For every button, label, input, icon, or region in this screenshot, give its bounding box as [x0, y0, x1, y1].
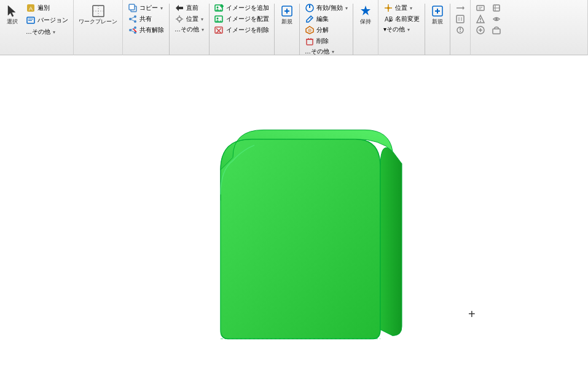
delete-button[interactable]: 削除 — [302, 36, 350, 47]
utility-icon2 — [476, 14, 485, 24]
utility-btn1[interactable] — [473, 2, 488, 14]
other4-button[interactable]: ▾その他 ▾ — [381, 25, 422, 34]
utility-btn4[interactable] — [489, 2, 504, 14]
add-image-label: イメージを追加 — [226, 4, 269, 12]
new-button[interactable]: 新規 — [277, 2, 297, 35]
coord-col1: 位置 ▾ ABC 名前変更 ▾その他 — [381, 2, 422, 43]
utility-btn2[interactable] — [473, 14, 488, 25]
unshare-button[interactable]: 共有解除 — [125, 25, 167, 36]
onoff-icon — [305, 3, 315, 13]
rename-label: 名前変更 — [395, 15, 420, 23]
svg-marker-50 — [361, 6, 370, 15]
svg-line-43 — [310, 17, 312, 19]
delete-label: 削除 — [316, 37, 329, 45]
front-label: 直前 — [186, 4, 198, 12]
onoff-dropdown-icon: ▾ — [345, 6, 348, 11]
svg-rect-10 — [129, 4, 135, 10]
arrange-image-icon — [214, 14, 224, 24]
coord-extra1[interactable] — [453, 2, 468, 14]
decompose-button[interactable]: 分解 — [302, 25, 350, 36]
keep-button[interactable]: 保持 — [356, 2, 375, 35]
svg-marker-22 — [176, 5, 183, 11]
rename-icon: ABC — [383, 14, 393, 24]
other-button[interactable]: …その他 ▾ — [23, 27, 71, 37]
part-button[interactable]: A 遍別 — [23, 2, 71, 14]
add-image-button[interactable]: イメージを追加 — [212, 2, 272, 14]
position-button[interactable]: 位置 ▾ — [172, 14, 206, 25]
utility-icon1 — [476, 3, 485, 13]
share-button[interactable]: 共有 — [125, 14, 167, 25]
svg-rect-66 — [477, 6, 484, 10]
share-label: 共有 — [139, 15, 152, 23]
svg-marker-35 — [215, 20, 222, 22]
edit-button[interactable]: 編集 — [302, 14, 350, 25]
decompose-icon — [305, 25, 315, 35]
coord-position-button[interactable]: 位置 ▾ — [381, 2, 422, 14]
composition-col3: イメージを追加 イメージを配置 — [212, 2, 272, 44]
version-icon — [26, 15, 36, 25]
svg-point-65 — [460, 31, 461, 32]
other3-dropdown-icon: ▾ — [332, 49, 334, 55]
other-label: …その他 — [26, 28, 50, 36]
front-icon — [174, 3, 184, 13]
model-container — [184, 96, 405, 354]
select-icon — [5, 4, 20, 18]
unshare-icon — [128, 25, 138, 35]
viewport[interactable]: + — [0, 55, 588, 384]
model-3d — [184, 96, 405, 354]
edit-label: 編集 — [316, 15, 329, 23]
workplane-button[interactable]: ワークプレーン — [76, 2, 120, 26]
utility-icon4 — [492, 3, 501, 13]
delete-image-icon — [214, 25, 224, 35]
other2-button[interactable]: …その他 ▾ — [172, 25, 206, 34]
utility-btn6[interactable] — [489, 25, 504, 36]
svg-rect-46 — [307, 39, 313, 45]
utility-btn5[interactable] — [489, 14, 504, 25]
svg-line-14 — [130, 17, 135, 19]
rename-button[interactable]: ABC 名前変更 — [381, 14, 422, 25]
utility-col1 — [473, 2, 488, 44]
toolbar: 選択 A 遍別 — [0, 0, 588, 55]
coord-position-icon — [383, 3, 393, 13]
new2-label: 新規 — [432, 19, 443, 25]
delete-image-label: イメージを削除 — [226, 26, 269, 34]
decompose-label: 分解 — [316, 26, 329, 34]
new2-icon — [430, 4, 445, 18]
add-image-icon — [214, 3, 224, 13]
select-button[interactable]: 選択 — [2, 2, 22, 26]
coord-extra2-icon — [455, 14, 465, 24]
new-label: 新規 — [281, 19, 292, 25]
other4-dropdown-icon: ▾ — [407, 27, 410, 33]
svg-point-71 — [480, 21, 481, 22]
svg-point-53 — [387, 7, 390, 9]
workplane-icon — [91, 4, 106, 18]
copy-button[interactable]: コピー ▾ — [125, 2, 167, 14]
copy-icon — [128, 3, 138, 13]
delete-image-button[interactable]: イメージを削除 — [212, 25, 272, 36]
onoff-button[interactable]: 有効/無効 ▾ — [302, 2, 350, 14]
edit-icon — [305, 14, 315, 24]
svg-text:ABC: ABC — [385, 16, 393, 23]
utility-btn3[interactable] — [473, 25, 488, 36]
keep-label: 保持 — [360, 19, 371, 25]
version-button[interactable]: バージョン — [23, 15, 71, 26]
delete-icon — [305, 36, 315, 46]
version-label: バージョン — [37, 16, 68, 25]
coord-extra3[interactable] — [453, 25, 468, 36]
svg-marker-45 — [308, 28, 312, 33]
crosshair-cursor: + — [468, 307, 476, 321]
coord-extra2[interactable] — [453, 14, 468, 25]
svg-line-15 — [130, 19, 135, 22]
arrange-image-label: イメージを配置 — [226, 15, 269, 23]
svg-point-23 — [178, 17, 181, 21]
arrange-image-button[interactable]: イメージを配置 — [212, 14, 272, 25]
new2-button[interactable]: 新規 — [428, 2, 447, 35]
utility-col2 — [489, 2, 504, 44]
share-icon — [128, 14, 138, 24]
utility-icon3 — [476, 25, 485, 35]
copy-dropdown-icon: ▾ — [160, 6, 163, 11]
front-button[interactable]: 直前 — [172, 2, 206, 14]
svg-text:A: A — [29, 6, 33, 12]
svg-point-29 — [217, 7, 219, 9]
onoff-label: 有効/無効 — [316, 4, 343, 12]
